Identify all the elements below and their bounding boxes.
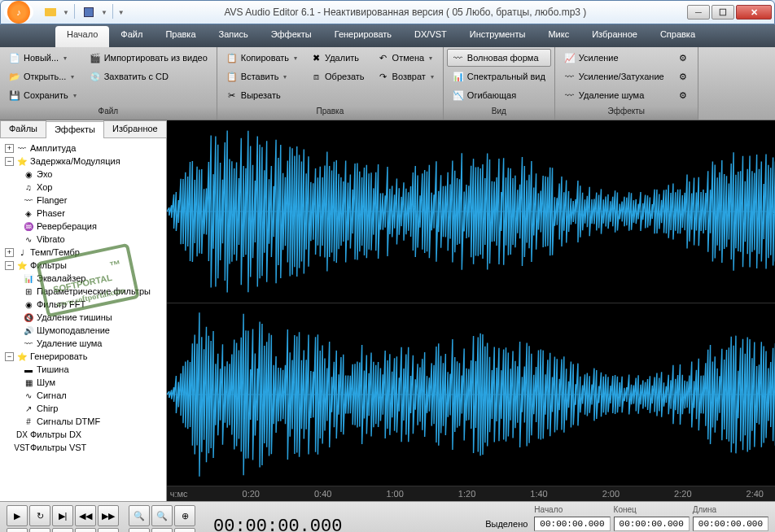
side-tab-Избранное[interactable]: Избранное	[103, 120, 167, 137]
timeline-ruler[interactable]: ч:мс0:200:401:001:201:402:002:202:403:00…	[167, 486, 775, 501]
video-button[interactable]: 🎬Импортировать из видео	[84, 49, 213, 67]
tree-item-Генерировать[interactable]: −⭐Генерировать	[2, 350, 164, 363]
record-button[interactable]: ●	[52, 528, 73, 532]
menu-генерировать[interactable]: Генерировать	[323, 24, 403, 47]
selected-start[interactable]: 00:00:00.000	[534, 517, 610, 531]
tree-item-Эквалайзер[interactable]: 📊Эквалайзер	[2, 272, 164, 285]
waveform-button[interactable]: 〰Волновая форма	[447, 49, 551, 67]
rewind-button[interactable]: ◀◀	[75, 505, 96, 526]
selected-length[interactable]: 00:00:00.000	[693, 517, 768, 531]
zoom-in-button[interactable]: 🔍	[129, 505, 150, 526]
crop-button[interactable]: ⧈Обрезать	[304, 68, 370, 85]
skip-end-button[interactable]: ▶|	[52, 505, 73, 526]
star-icon: ⭐	[16, 155, 28, 167]
minimize-button[interactable]: ─	[687, 5, 710, 20]
loop-button[interactable]: ↻	[29, 505, 50, 526]
menu-избранное[interactable]: Избранное	[580, 24, 649, 47]
tree-item-Шум[interactable]: ▦Шум	[2, 376, 164, 389]
menu-справка[interactable]: Справка	[649, 24, 707, 47]
menu-запись[interactable]: Запись	[208, 24, 260, 47]
spectral-button[interactable]: 📊Спектральный вид	[447, 68, 551, 85]
pause-button[interactable]: ❚❚	[29, 528, 50, 532]
tree-toggle-icon[interactable]: +	[5, 144, 14, 153]
menu-файл[interactable]: Файл	[109, 24, 154, 47]
tree-item-Эхо[interactable]: ◉Эхо	[2, 168, 164, 181]
tree-item-Фильтры DX[interactable]: DXФильтры DX	[2, 428, 164, 441]
open-button[interactable]: 📂Открыть...	[3, 68, 82, 85]
tree-item-Vibrato[interactable]: ∿Vibrato	[2, 233, 164, 246]
tree-item-Тишина[interactable]: ▬Тишина	[2, 363, 164, 376]
cd-icon: 💿	[90, 71, 101, 82]
effects-tree[interactable]: SOFTPORTAL™ www.softportal.com +〰Амплиту…	[0, 138, 166, 501]
forward-button[interactable]: ▶▶	[98, 505, 119, 526]
tree-item-Сигнал[interactable]: ∿Сигнал	[2, 389, 164, 402]
undo-button[interactable]: ↶Отмена	[372, 49, 440, 67]
waveform-channel-right[interactable]	[167, 303, 775, 486]
tree-item-Удаление тишины[interactable]: 🔇Удаление тишины	[2, 311, 164, 324]
fx1-button[interactable]: ⚙	[672, 49, 694, 67]
tree-item-Темп/Тембр[interactable]: +♩Темп/Тембр	[2, 246, 164, 259]
zoom-sel-button[interactable]: 🔍	[129, 528, 150, 532]
tree-item-Фильтр FFT[interactable]: ◉Фильтр FFT	[2, 298, 164, 311]
selected-end[interactable]: 00:00:00.000	[614, 517, 690, 531]
delete-button[interactable]: ✖Удалить	[304, 49, 370, 67]
cut-button[interactable]: ✂Вырезать	[221, 86, 303, 104]
menu-микс[interactable]: Микс	[536, 24, 580, 47]
menu-начало[interactable]: Начало	[55, 26, 109, 47]
app-icon[interactable]: ♪	[4, 2, 33, 23]
new-button[interactable]: 📄Новый...	[3, 49, 82, 67]
zoom-sel2-button[interactable]: 🔍	[151, 528, 173, 532]
amplify-button[interactable]: 📈Усиление	[558, 49, 670, 67]
tree-item-Фильтры VST[interactable]: VSTФильтры VST	[2, 441, 164, 454]
maximize-button[interactable]: ☐	[712, 5, 734, 20]
skip-fwd-button[interactable]: ▶▶|	[98, 528, 119, 532]
chevron-down-icon[interactable]: ▼	[118, 9, 125, 16]
tree-item-Задержка/Модуляция[interactable]: −⭐Задержка/Модуляция	[2, 155, 164, 168]
tree-toggle-icon[interactable]: −	[5, 261, 14, 270]
play-button[interactable]: ▶	[7, 505, 28, 526]
paste-button[interactable]: 📋Вставить	[221, 68, 303, 85]
noise-button[interactable]: 〰Удаление шума	[558, 86, 670, 104]
tree-item-Flanger[interactable]: 〰Flanger	[2, 194, 164, 207]
qat-open-button[interactable]	[42, 4, 59, 20]
tree-toggle-icon[interactable]: −	[5, 352, 14, 361]
waveform-channel-left[interactable]	[167, 120, 775, 303]
zoom-full-button[interactable]: ⊕	[174, 505, 195, 526]
tree-item-Амплитуда[interactable]: +〰Амплитуда	[2, 142, 164, 155]
tree-item-Chirp[interactable]: ↗Chirp	[2, 402, 164, 415]
tree-item-Phaser[interactable]: ◈Phaser	[2, 207, 164, 220]
chevron-down-icon[interactable]: ▼	[63, 9, 69, 16]
stop-button[interactable]: ■	[7, 528, 28, 532]
tree-item-Удаление шума[interactable]: 〰Удаление шума	[2, 337, 164, 350]
zoom-out-button[interactable]: 🔍	[151, 505, 173, 526]
side-tab-Эффекты[interactable]: Эффекты	[46, 121, 104, 138]
menu-эффекты[interactable]: Эффекты	[260, 24, 323, 47]
tree-toggle-icon[interactable]: +	[5, 248, 14, 257]
redo-button[interactable]: ↷Возврат	[372, 68, 440, 85]
save-button[interactable]: 💾Сохранить	[3, 86, 82, 104]
tree-item-Фильтры[interactable]: −⭐Фильтры	[2, 259, 164, 272]
qat-save-button[interactable]	[80, 4, 98, 20]
ribbon-group-label: Правка	[217, 107, 443, 120]
fade-button[interactable]: 〰Усиление/Затухание	[558, 68, 670, 85]
fx2-button[interactable]: ⚙	[672, 68, 694, 85]
envelope-button[interactable]: 📉Огибающая	[447, 86, 551, 104]
menu-dx/vst[interactable]: DX/VST	[403, 24, 458, 47]
tree-item-Реверберация[interactable]: ♒Реверберация	[2, 220, 164, 233]
gen-noise-icon: ▦	[23, 377, 34, 388]
copy-button[interactable]: 📋Копировать	[221, 49, 303, 67]
tree-item-Хор[interactable]: ♫Хор	[2, 181, 164, 194]
tree-item-Шумоподавление[interactable]: 🔊Шумоподавление	[2, 324, 164, 337]
tree-item-Сигналы DTMF[interactable]: #Сигналы DTMF	[2, 415, 164, 428]
skip-start-button[interactable]: |◀◀	[75, 528, 96, 532]
fx3-button[interactable]: ⚙	[672, 86, 694, 104]
cd-button[interactable]: 💿Захватить с CD	[84, 68, 213, 85]
menu-правка[interactable]: Правка	[154, 24, 207, 47]
chevron-down-icon[interactable]: ▼	[101, 9, 107, 16]
tree-toggle-icon[interactable]: −	[5, 157, 14, 166]
zoom-fit-button[interactable]: ⊖	[174, 528, 195, 532]
close-button[interactable]: ✕	[736, 5, 772, 20]
menu-инструменты[interactable]: Инструменты	[458, 24, 537, 47]
side-tab-Файлы[interactable]: Файлы	[0, 120, 46, 137]
tree-item-Параметрические фильтры[interactable]: ⊞Параметрические фильтры	[2, 285, 164, 298]
